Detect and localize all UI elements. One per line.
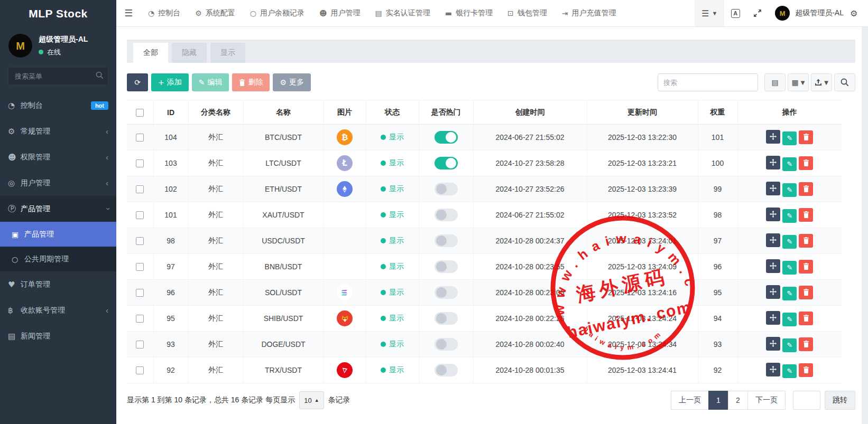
delete-row-button[interactable]	[799, 337, 813, 351]
topbar-user-button[interactable]: M 超级管理员-AL	[769, 0, 850, 26]
move-button[interactable]	[766, 208, 780, 221]
cell-category: 外汇	[188, 176, 243, 202]
edit-button[interactable]: ✎编辑	[192, 73, 229, 91]
sidebar-item-权限管理[interactable]: ☻权限管理‹	[0, 144, 116, 170]
topnav-item-用户管理[interactable]: ☻用户管理	[312, 0, 368, 26]
edit-row-button[interactable]: ✎	[782, 313, 797, 326]
hot-toggle[interactable]	[435, 260, 458, 273]
settings-gear-icon[interactable]: ⚙	[850, 0, 868, 26]
move-button[interactable]	[766, 363, 780, 376]
edit-row-button[interactable]: ✎	[782, 364, 797, 378]
sidebar-search-input[interactable]	[8, 67, 108, 85]
delete-row-button[interactable]	[799, 208, 813, 222]
edit-row-button[interactable]: ✎	[782, 287, 797, 300]
row-checkbox[interactable]	[136, 366, 144, 374]
row-checkbox[interactable]	[136, 211, 144, 219]
tab-显示[interactable]: 显示	[210, 43, 245, 63]
row-checkbox[interactable]	[136, 159, 144, 167]
hot-toggle[interactable]	[435, 131, 458, 144]
sidebar-item-产品管理[interactable]: Ⓟ产品管理‹	[0, 196, 116, 222]
row-checkbox[interactable]	[136, 315, 144, 323]
sidebar-item-新闻管理[interactable]: ▤新闻管理	[0, 323, 116, 349]
sidebar-item-label: 产品管理	[24, 230, 54, 239]
fullscreen-button[interactable]	[746, 0, 769, 26]
sidebar-item-公共周期管理[interactable]: ○公共周期管理	[0, 247, 116, 271]
hot-toggle[interactable]	[435, 286, 458, 299]
cell-id: 104	[153, 125, 188, 150]
hot-toggle[interactable]	[435, 183, 458, 195]
delete-row-button[interactable]	[799, 260, 813, 274]
topnav-item-银行卡管理[interactable]: ▬银行卡管理	[438, 0, 500, 26]
delete-row-button[interactable]	[799, 182, 813, 196]
delete-button[interactable]: 删除	[232, 73, 270, 91]
hot-toggle[interactable]	[435, 209, 458, 221]
move-button[interactable]	[766, 285, 780, 299]
row-checkbox[interactable]	[136, 341, 144, 348]
language-button[interactable]: A	[724, 0, 746, 26]
row-checkbox[interactable]	[136, 185, 144, 193]
export-button[interactable]: ▼	[811, 73, 832, 91]
cell-id: 98	[153, 228, 188, 254]
move-button[interactable]	[766, 311, 780, 325]
page-button-1[interactable]: 1	[708, 391, 728, 410]
sidebar-item-用户管理[interactable]: ◎用户管理‹	[0, 170, 116, 196]
table-search-input[interactable]	[658, 73, 758, 91]
sidebar-item-收款账号管理[interactable]: ฿收款账号管理‹	[0, 297, 116, 323]
row-checkbox[interactable]	[136, 289, 144, 297]
detail-view-button[interactable]: ▤	[764, 73, 786, 91]
columns-button[interactable]: ▦▼	[788, 73, 809, 91]
delete-row-button[interactable]	[799, 156, 813, 170]
hamburger-icon[interactable]: ☰	[116, 0, 141, 26]
tab-隐藏[interactable]: 隐藏	[172, 43, 207, 63]
topnav-item-控制台[interactable]: ◔控制台	[141, 0, 188, 26]
sidebar-item-订单管理[interactable]: ♥订单管理	[0, 271, 116, 297]
topnav-item-钱包管理[interactable]: ⊡钱包管理	[500, 0, 555, 26]
tab-全部[interactable]: 全部	[133, 43, 168, 63]
hot-toggle[interactable]	[435, 234, 458, 247]
refresh-button[interactable]: ⟳	[127, 73, 148, 91]
topnav-item-实名认证管理[interactable]: ▤实名认证管理	[368, 0, 438, 26]
row-checkbox[interactable]	[136, 134, 144, 142]
edit-row-button[interactable]: ✎	[782, 235, 797, 249]
topnav-item-用户余额记录[interactable]: ○用户余额记录	[243, 0, 312, 26]
next-page-button[interactable]: 下一页	[747, 391, 786, 410]
select-all-checkbox[interactable]	[136, 109, 144, 117]
add-button[interactable]: +添加	[151, 73, 189, 91]
sidebar-item-控制台[interactable]: ◔控制台hot	[0, 92, 116, 118]
move-button[interactable]	[766, 233, 780, 247]
sidebar-item-常规管理[interactable]: ⚙常规管理‹	[0, 118, 116, 144]
page-button-2[interactable]: 2	[728, 391, 748, 410]
move-button[interactable]	[766, 259, 780, 273]
page-size-select[interactable]: 10▲	[299, 391, 324, 409]
hot-toggle[interactable]	[435, 157, 458, 169]
sidebar-item-产品管理[interactable]: ▣产品管理	[0, 222, 116, 247]
move-button[interactable]	[766, 156, 780, 169]
hot-toggle[interactable]	[435, 338, 458, 351]
more-button[interactable]: ⚙更多	[273, 73, 311, 91]
search-button[interactable]	[834, 73, 855, 91]
hot-toggle[interactable]	[435, 364, 458, 376]
topnav-item-用户充值管理[interactable]: ⇥用户充值管理	[555, 0, 624, 26]
delete-row-button[interactable]	[799, 286, 813, 299]
move-button[interactable]	[766, 337, 780, 351]
move-button[interactable]	[766, 130, 780, 144]
delete-row-button[interactable]	[799, 234, 813, 248]
delete-row-button[interactable]	[799, 363, 813, 377]
menu-dropdown-button[interactable]: ☰▼	[695, 0, 724, 26]
delete-row-button[interactable]	[799, 130, 813, 144]
jump-page-input[interactable]	[793, 391, 820, 410]
delete-row-button[interactable]	[799, 312, 813, 325]
row-checkbox[interactable]	[136, 263, 144, 271]
jump-button[interactable]: 跳转	[825, 391, 855, 410]
edit-row-button[interactable]: ✎	[782, 209, 797, 223]
prev-page-button[interactable]: 上一页	[671, 391, 709, 410]
row-checkbox[interactable]	[136, 237, 144, 245]
edit-row-button[interactable]: ✎	[782, 338, 797, 352]
topnav-item-系统配置[interactable]: ⚙系统配置	[188, 0, 243, 26]
move-button[interactable]	[766, 182, 780, 195]
edit-row-button[interactable]: ✎	[782, 157, 797, 171]
edit-row-button[interactable]: ✎	[782, 183, 797, 197]
edit-row-button[interactable]: ✎	[782, 261, 797, 275]
edit-row-button[interactable]: ✎	[782, 131, 797, 145]
hot-toggle[interactable]	[435, 312, 458, 325]
